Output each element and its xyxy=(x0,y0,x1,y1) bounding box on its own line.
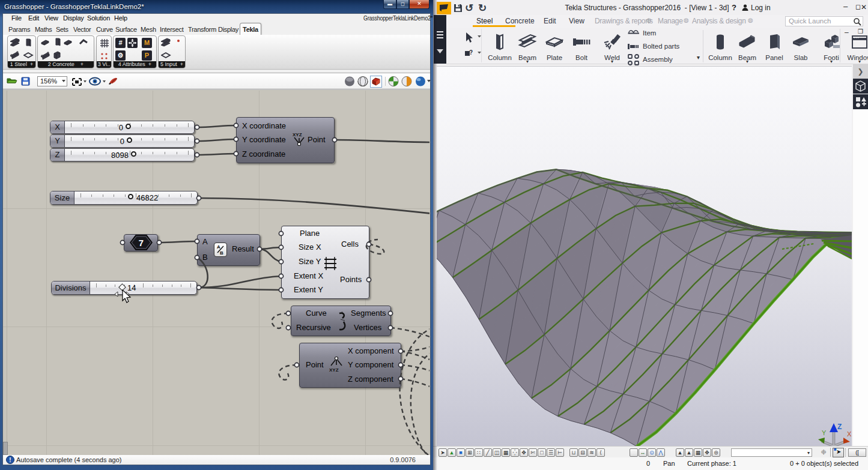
svg-text:!: ! xyxy=(9,457,11,463)
svg-text:?: ? xyxy=(469,49,473,56)
svg-text:↺: ↺ xyxy=(465,2,473,14)
svg-text:156%: 156% xyxy=(40,77,57,85)
svg-text:Z: Z xyxy=(837,423,842,431)
svg-text:Y: Y xyxy=(822,429,827,436)
svg-text:X: X xyxy=(847,430,852,438)
svg-text:↻: ↻ xyxy=(478,2,487,14)
